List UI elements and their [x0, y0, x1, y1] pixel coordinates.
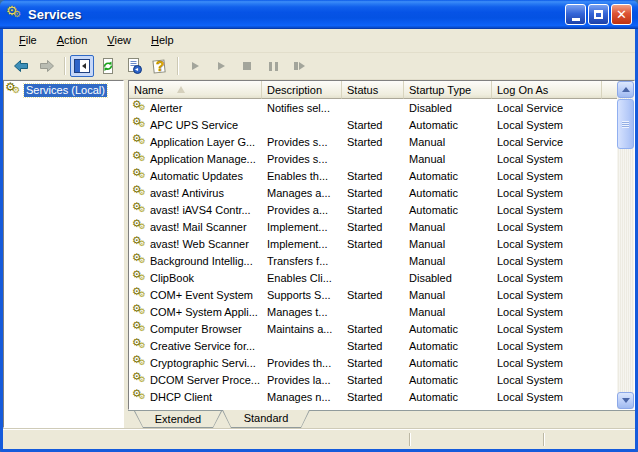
service-name: Creative Service for...: [150, 340, 255, 352]
tab-standard[interactable]: Standard: [222, 410, 310, 428]
service-row[interactable]: Background Intellig... Transfers f... Ma…: [129, 252, 617, 269]
tree-item-services-local[interactable]: Services (Local): [5, 83, 122, 98]
help-icon: ?: [152, 58, 168, 74]
maximize-button[interactable]: [588, 4, 609, 25]
refresh-button[interactable]: [96, 55, 120, 77]
stop-service-button[interactable]: [235, 55, 259, 77]
back-icon: [13, 58, 29, 74]
service-description: Manages n...: [262, 391, 342, 403]
service-name: Background Intellig...: [150, 255, 253, 267]
service-row[interactable]: Cryptographic Servi... Provides th... St…: [129, 354, 617, 371]
service-log-on-as: Local System: [492, 119, 602, 131]
service-row[interactable]: COM+ Event System Supports S... Started …: [129, 286, 617, 303]
menubar: File Action View Help: [3, 29, 635, 53]
column-header-log-on-as[interactable]: Log On As: [492, 81, 602, 99]
scroll-up-button[interactable]: [617, 81, 634, 98]
service-description: Manages t...: [262, 306, 342, 318]
scrollbar-track[interactable]: [617, 150, 634, 392]
back-button[interactable]: [9, 55, 33, 77]
service-gears-icon: [132, 390, 147, 404]
service-row[interactable]: Computer Browser Maintains a... Started …: [129, 320, 617, 337]
service-log-on-as: Local System: [492, 323, 602, 335]
service-gears-icon: [132, 237, 147, 251]
service-name-cell: DHCP Client: [129, 389, 262, 404]
service-status: Started: [342, 391, 404, 403]
service-row[interactable]: Alerter Notifies sel... Disabled Local S…: [129, 99, 617, 116]
service-gears-icon: [132, 135, 147, 149]
column-header-description[interactable]: Description: [262, 81, 342, 99]
scrollbar-thumb[interactable]: [617, 99, 634, 149]
service-name-cell: ClipBook: [129, 270, 262, 285]
service-name-cell: Background Intellig...: [129, 253, 262, 268]
column-header-status[interactable]: Status: [342, 81, 404, 99]
service-row[interactable]: avast! iAVS4 Contr... Provides a... Star…: [129, 201, 617, 218]
toolbar: ?: [3, 53, 635, 80]
service-startup-type: Automatic: [404, 204, 492, 216]
column-header-startup-type[interactable]: Startup Type: [404, 81, 492, 99]
service-status: Started: [342, 136, 404, 148]
service-row[interactable]: Application Manage... Provides s... Manu…: [129, 150, 617, 167]
vertical-scrollbar[interactable]: [617, 81, 634, 409]
resume-service-button[interactable]: [209, 55, 233, 77]
stop-service-icon: [243, 62, 251, 70]
scroll-down-button[interactable]: [617, 392, 634, 409]
service-gears-icon: [132, 254, 147, 268]
menu-help[interactable]: Help: [141, 31, 184, 50]
service-row[interactable]: avast! Web Scanner Implement... Started …: [129, 235, 617, 252]
service-name-cell: APC UPS Service: [129, 117, 262, 132]
service-gears-icon: [132, 220, 147, 234]
service-description: Enables Cli...: [262, 272, 342, 284]
service-name: Automatic Updates: [150, 170, 243, 182]
service-row[interactable]: DHCP Client Manages n... Started Automat…: [129, 388, 617, 405]
menu-action[interactable]: Action: [47, 31, 98, 50]
start-service-button[interactable]: [183, 55, 207, 77]
service-name: Alerter: [150, 102, 182, 114]
service-list-body: Alerter Notifies sel... Disabled Local S…: [129, 99, 617, 409]
tab-extended[interactable]: Extended: [134, 411, 222, 428]
service-row[interactable]: DCOM Server Proce... Provides la... Star…: [129, 371, 617, 388]
service-description: Transfers f...: [262, 255, 342, 267]
service-gears-icon: [132, 271, 147, 285]
service-row[interactable]: Application Layer G... Provides s... Sta…: [129, 133, 617, 150]
service-name: COM+ System Appli...: [150, 306, 258, 318]
service-description: Implement...: [262, 221, 342, 233]
service-row[interactable]: APC UPS Service Started Automatic Local …: [129, 116, 617, 133]
service-log-on-as: Local System: [492, 170, 602, 182]
service-gears-icon: [132, 203, 147, 217]
restart-service-button[interactable]: [287, 55, 311, 77]
close-icon: ✕: [616, 8, 627, 21]
help-button[interactable]: ?: [148, 55, 172, 77]
service-row[interactable]: ClipBook Enables Cli... Disabled Local S…: [129, 269, 617, 286]
menu-view[interactable]: View: [97, 31, 141, 50]
service-status: Started: [342, 170, 404, 182]
minimize-button[interactable]: [565, 4, 586, 25]
service-name-cell: COM+ System Appli...: [129, 304, 262, 319]
service-row[interactable]: Creative Service for... Started Automati…: [129, 337, 617, 354]
show-hide-console-tree-button[interactable]: [70, 55, 94, 77]
window-title: Services: [28, 7, 563, 22]
service-description: Implement...: [262, 238, 342, 250]
close-button[interactable]: ✕: [611, 4, 632, 25]
service-row[interactable]: avast! Antivirus Manages a... Started Au…: [129, 184, 617, 201]
sort-ascending-icon: [177, 86, 185, 93]
column-header-name[interactable]: Name: [129, 81, 262, 99]
toolbar-separator: [177, 57, 178, 75]
service-gears-icon: [132, 356, 147, 370]
start-service-icon: [192, 62, 199, 70]
menu-file[interactable]: File: [9, 31, 47, 50]
service-gears-icon: [132, 288, 147, 302]
service-log-on-as: Local System: [492, 289, 602, 301]
service-row[interactable]: COM+ System Appli... Manages t... Manual…: [129, 303, 617, 320]
service-status: Started: [342, 340, 404, 352]
forward-button[interactable]: [35, 55, 59, 77]
restart-service-icon: [294, 62, 305, 70]
service-row[interactable]: Automatic Updates Enables th... Started …: [129, 167, 617, 184]
service-row[interactable]: avast! Mail Scanner Implement... Started…: [129, 218, 617, 235]
service-name-cell: Creative Service for...: [129, 338, 262, 353]
service-gears-icon: [132, 322, 147, 336]
export-list-button[interactable]: [122, 55, 146, 77]
titlebar[interactable]: Services ✕: [0, 0, 638, 29]
service-name-cell: Cryptographic Servi...: [129, 355, 262, 370]
pause-service-button[interactable]: [261, 55, 285, 77]
console-tree-panel: Services (Local): [3, 80, 124, 428]
